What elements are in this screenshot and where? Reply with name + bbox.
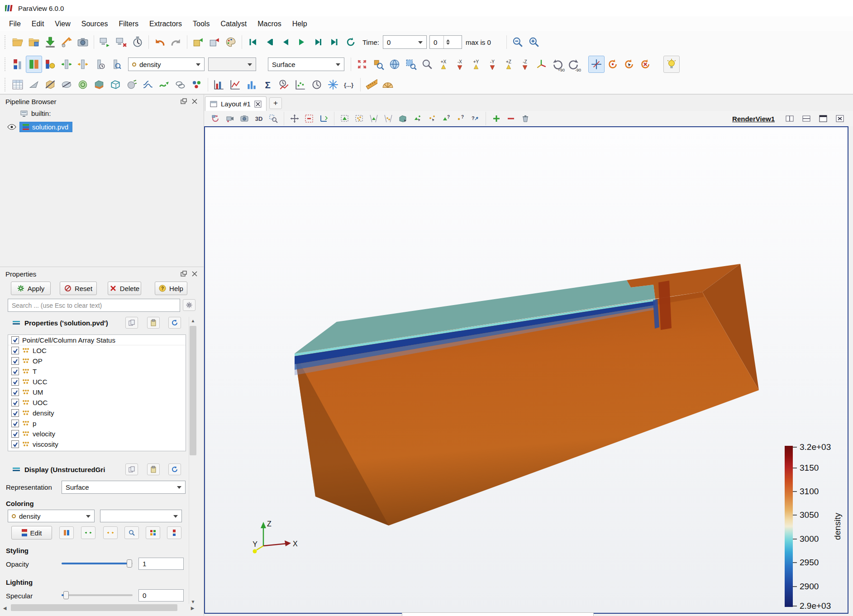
stream-tracer-icon[interactable] — [140, 76, 156, 93]
spreadsheet-icon[interactable] — [10, 76, 26, 93]
rescale-data-icon[interactable] — [81, 526, 95, 539]
horizontal-scrollbar[interactable]: ◀ ▶ — [1, 604, 196, 611]
coloring-array-combo[interactable]: density — [8, 510, 95, 522]
checkbox-checked-icon[interactable] — [11, 420, 19, 427]
array-row[interactable]: p — [8, 418, 186, 429]
close-icon[interactable] — [189, 269, 200, 279]
extract-subset-icon[interactable] — [107, 76, 124, 93]
select-cells-through-icon[interactable] — [367, 112, 381, 125]
reload-properties-icon[interactable] — [168, 317, 181, 329]
glyph-icon[interactable] — [26, 76, 42, 93]
separate-colormap-icon[interactable] — [42, 56, 58, 73]
checkbox-checked-icon[interactable] — [11, 409, 19, 417]
reload-display-icon[interactable] — [168, 463, 181, 475]
pan-icon[interactable] — [288, 112, 301, 125]
menu-tools[interactable]: Tools — [187, 18, 215, 30]
array-row[interactable]: LOC — [8, 345, 186, 356]
warp-icon[interactable] — [156, 76, 172, 93]
menu-help[interactable]: Help — [287, 18, 313, 30]
frame-spinbox[interactable]: 0 — [429, 35, 462, 49]
show-scalar-bar-icon[interactable] — [167, 526, 181, 539]
help-button[interactable]: ? Help — [155, 282, 187, 295]
rescale-visible-icon[interactable] — [124, 526, 139, 539]
threshold-icon[interactable] — [91, 76, 107, 93]
opacity-value-field[interactable]: 1 — [138, 558, 184, 570]
view-plus-x-icon[interactable]: +X — [435, 56, 452, 73]
pipeline-item-solution[interactable]: solution.pvd — [7, 121, 72, 133]
checkbox-checked-icon[interactable] — [11, 440, 19, 448]
menu-view[interactable]: View — [49, 18, 76, 30]
scroll-up-icon[interactable]: ▲ — [189, 317, 197, 324]
reset-center-icon[interactable] — [605, 56, 621, 73]
paste-display-icon[interactable] — [147, 463, 160, 475]
checkbox-checked-icon[interactable] — [11, 336, 19, 344]
edit-colormap-icon[interactable] — [26, 56, 42, 73]
center-axes-toggle-icon[interactable] — [588, 56, 605, 73]
light-kit-icon[interactable] — [663, 56, 680, 73]
contour-icon[interactable] — [75, 76, 91, 93]
array-row[interactable]: viscosity — [8, 439, 186, 449]
opacity-slider[interactable] — [62, 558, 133, 569]
grow-selection-icon[interactable] — [490, 112, 503, 125]
menu-macros[interactable]: Macros — [252, 18, 286, 30]
scroll-left-icon[interactable]: ◀ — [1, 604, 9, 611]
vcr-reverse-play-icon[interactable] — [277, 33, 294, 51]
plot-over-time-icon[interactable] — [276, 76, 292, 93]
coloring-component-combo[interactable] — [100, 510, 182, 522]
representation-select[interactable]: Surface — [62, 481, 186, 494]
layout-tab[interactable]: Layout #1 — [205, 96, 267, 111]
view-minus-z-icon[interactable]: -Z — [517, 56, 533, 73]
save-data-icon[interactable] — [42, 33, 58, 51]
search-input[interactable] — [8, 299, 180, 312]
apply-button[interactable]: Apply — [11, 282, 51, 295]
array-row[interactable]: velocity — [8, 429, 186, 439]
ruler-icon[interactable] — [363, 76, 380, 93]
load-state-icon[interactable] — [26, 33, 42, 51]
rescale-custom-range-icon[interactable] — [75, 56, 91, 73]
rescale-visible-icon[interactable] — [107, 56, 124, 73]
programmable-filter-icon[interactable]: {...} — [341, 76, 357, 93]
array-row[interactable]: UOC — [8, 397, 186, 408]
select-cells-on-icon[interactable] — [338, 112, 352, 125]
eye-icon[interactable] — [7, 124, 16, 130]
connect-server-icon[interactable] — [97, 33, 113, 51]
toggle-3d-icon[interactable]: 3D — [252, 112, 266, 125]
undock-icon[interactable] — [178, 269, 189, 279]
clear-selection-icon[interactable] — [519, 112, 532, 125]
zoom-out-icon[interactable] — [510, 33, 526, 51]
vcr-loop-icon[interactable] — [343, 33, 359, 51]
rescale-data-range-icon[interactable] — [58, 56, 75, 73]
integrate-variables-icon[interactable]: Σ — [260, 76, 276, 93]
adjust-camera-icon[interactable] — [209, 112, 222, 125]
histogram-icon[interactable] — [211, 76, 227, 93]
slider-thumb[interactable] — [127, 559, 132, 568]
menu-filters[interactable]: Filters — [113, 18, 144, 30]
checkbox-checked-icon[interactable] — [11, 388, 19, 396]
menu-file[interactable]: File — [4, 18, 26, 30]
pipeline-selected-item[interactable]: solution.pvd — [19, 122, 72, 132]
choose-preset-icon[interactable] — [59, 526, 74, 539]
specular-slider[interactable] — [62, 589, 133, 601]
render-scene[interactable]: 3.2e+03 3150 3100 3050 3000 2950 2900 2.… — [205, 127, 848, 613]
slice-icon[interactable] — [58, 76, 75, 93]
pipeline-item-builtin[interactable]: builtin: — [20, 107, 51, 119]
interactive-select-cells-icon[interactable] — [410, 112, 424, 125]
view-name-label[interactable]: RenderView1 — [732, 115, 782, 123]
array-row[interactable]: density — [8, 408, 186, 418]
open-file-icon[interactable] — [10, 33, 26, 51]
close-view-icon[interactable] — [833, 112, 847, 125]
shrink-selection-icon[interactable] — [504, 112, 518, 125]
color-array-combo[interactable]: density — [128, 57, 205, 71]
close-icon[interactable] — [189, 96, 200, 106]
slider-thumb[interactable] — [63, 591, 69, 599]
redo-icon[interactable] — [168, 33, 184, 51]
axes-visibility-icon[interactable] — [317, 112, 330, 125]
menu-catalyst[interactable]: Catalyst — [215, 18, 252, 30]
remove-icon[interactable] — [302, 112, 316, 125]
vcr-next-icon[interactable] — [310, 33, 326, 51]
selection-query-icon[interactable]: ? — [468, 112, 482, 125]
time-value-combo[interactable]: 0 — [383, 35, 427, 49]
specular-value-field[interactable]: 0 — [138, 589, 184, 602]
undock-icon[interactable] — [178, 96, 189, 106]
color-palette-icon[interactable] — [223, 33, 239, 51]
